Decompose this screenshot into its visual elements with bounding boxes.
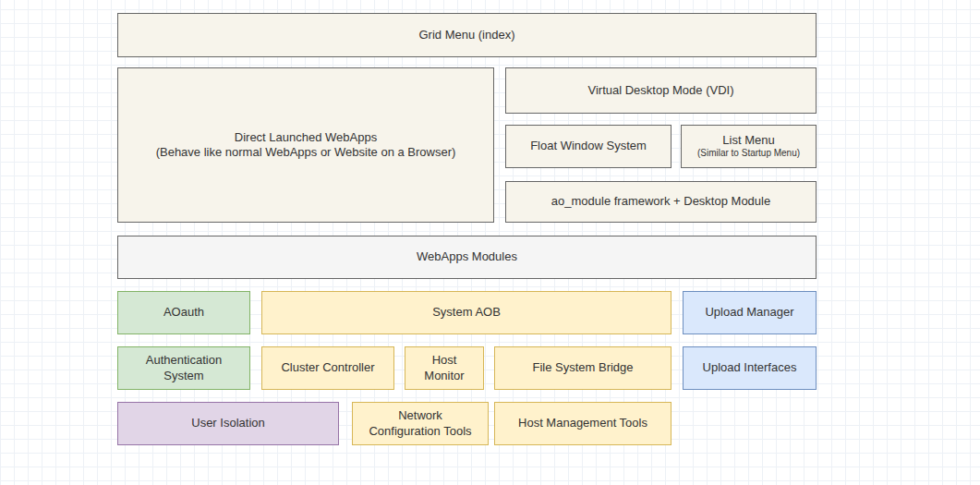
node-upload-manager: Upload Manager — [683, 291, 817, 334]
node-user-isolation: User Isolation — [117, 402, 339, 445]
node-aoauth-label: AOauth — [163, 305, 204, 320]
node-upload-interfaces-label: Upload Interfaces — [703, 360, 797, 375]
node-float-window-system: Float Window System — [505, 125, 671, 168]
diagram-canvas: Grid Menu (index) Direct Launched WebApp… — [0, 0, 980, 485]
node-webapps-modules-label: WebApps Modules — [417, 249, 517, 264]
node-cluster-controller: Cluster Controller — [261, 346, 394, 390]
node-cluster-controller-label: Cluster Controller — [281, 360, 374, 375]
node-aoauth: AOauth — [117, 291, 250, 334]
node-upload-interfaces: Upload Interfaces — [683, 346, 817, 390]
node-authentication-system-label: Authentication System — [146, 353, 222, 383]
node-webapps-modules: WebApps Modules — [117, 236, 817, 279]
node-list-menu-sublabel: (Similar to Startup Menu) — [697, 148, 800, 160]
node-host-management-tools: Host Management Tools — [494, 402, 671, 445]
node-host-management-tools-label: Host Management Tools — [518, 416, 647, 430]
node-host-monitor: Host Monitor — [405, 346, 484, 390]
node-list-menu-label: List Menu — [722, 133, 774, 148]
node-network-configuration-tools-label: Network Configuration Tools — [369, 408, 471, 439]
node-system-aob: System AOB — [261, 291, 671, 334]
node-ao-module-framework-label: ao_module framework + Desktop Module — [551, 194, 770, 209]
node-list-menu: List Menu (Similar to Startup Menu) — [681, 125, 817, 168]
node-file-system-bridge-label: File System Bridge — [532, 360, 633, 375]
node-authentication-system: Authentication System — [117, 346, 250, 390]
node-ao-module-framework: ao_module framework + Desktop Module — [505, 181, 817, 223]
node-virtual-desktop-mode-label: Virtual Desktop Mode (VDI) — [588, 83, 734, 98]
node-host-monitor-label: Host Monitor — [424, 353, 464, 383]
node-direct-launched-webapps: Direct Launched WebApps (Behave like nor… — [117, 67, 494, 223]
node-file-system-bridge: File System Bridge — [494, 346, 671, 390]
node-direct-launched-webapps-label: Direct Launched WebApps (Behave like nor… — [156, 130, 456, 161]
node-grid-menu-label: Grid Menu (index) — [418, 28, 514, 42]
node-system-aob-label: System AOB — [432, 305, 501, 320]
node-virtual-desktop-mode: Virtual Desktop Mode (VDI) — [505, 67, 817, 114]
node-user-isolation-label: User Isolation — [191, 416, 264, 430]
node-grid-menu: Grid Menu (index) — [117, 13, 817, 57]
node-upload-manager-label: Upload Manager — [705, 305, 793, 320]
node-network-configuration-tools: Network Configuration Tools — [352, 402, 489, 445]
node-float-window-system-label: Float Window System — [530, 139, 647, 153]
